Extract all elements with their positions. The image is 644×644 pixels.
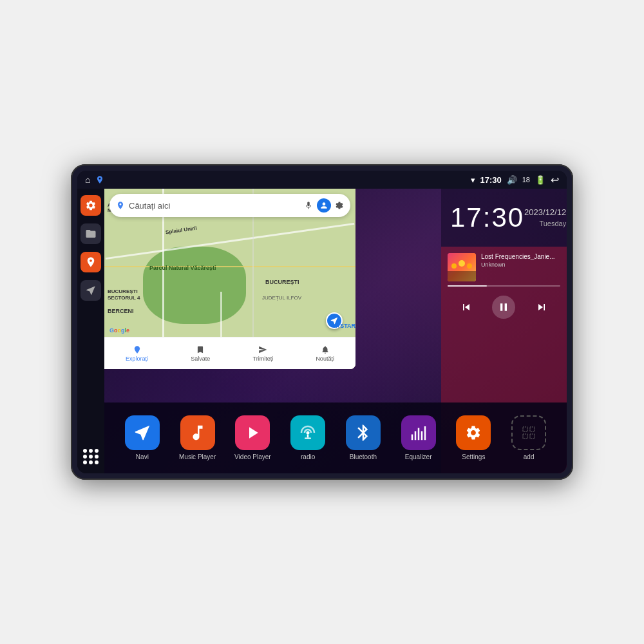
sidebar-dots-btn[interactable] — [80, 446, 101, 467]
app-item-equalizer[interactable]: Equalizer — [399, 415, 438, 460]
prev-button[interactable] — [455, 296, 478, 319]
app-item-add[interactable]: add — [509, 415, 548, 460]
app-item-settings[interactable]: Settings — [454, 415, 493, 460]
app-label-settings: Settings — [462, 453, 485, 460]
star-marker: ★STAR — [335, 323, 355, 329]
app-icon-navi — [125, 415, 160, 450]
music-track-details: Lost Frequencies_Janie... Unknown — [481, 253, 560, 268]
svg-rect-12 — [424, 426, 426, 440]
app-label-video-player: Video Player — [234, 453, 271, 460]
app-item-navi[interactable]: Navi — [123, 415, 162, 460]
svg-rect-11 — [421, 431, 422, 440]
svg-rect-7 — [305, 438, 311, 439]
back-icon[interactable]: ↩ — [551, 174, 559, 186]
app-icon-equalizer — [401, 415, 436, 450]
music-album-art — [448, 253, 476, 281]
google-logo: Google — [109, 327, 129, 334]
music-track-info: Lost Frequencies_Janie... Unknown — [448, 253, 560, 281]
map-tab-trimiteti[interactable]: Trimiteți — [253, 345, 274, 362]
next-button[interactable] — [530, 296, 553, 319]
svg-point-4 — [467, 263, 472, 269]
map-tab-salvate[interactable]: Salvate — [191, 345, 210, 362]
sidebar-settings-btn[interactable] — [80, 195, 101, 216]
account-icon[interactable] — [317, 198, 331, 213]
device-frame: ⌂ ▾ 17:30 🔊 18 🔋 ↩ — [71, 164, 573, 480]
center-content: Splaiul Unirii AXIS PremiumMobility - Su… — [104, 189, 567, 473]
music-artist: Unknown — [481, 261, 560, 268]
app-icon-add — [511, 415, 546, 450]
clock-date: 2023/12/12 Tuesday — [524, 207, 566, 229]
clock-weekday: Tuesday — [539, 220, 566, 227]
main-area: Splaiul Unirii AXIS PremiumMobility - Su… — [77, 189, 567, 473]
volume-icon[interactable]: 🔊 — [507, 175, 517, 185]
app-icon-bluetooth — [346, 415, 381, 450]
pause-button[interactable] — [492, 296, 515, 319]
battery-level: 18 — [522, 176, 530, 184]
svg-rect-6 — [307, 435, 309, 438]
sidebar-nav-btn[interactable] — [80, 280, 101, 301]
status-time: 17:30 — [480, 175, 502, 185]
svg-rect-14 — [530, 427, 535, 431]
map-label-sector4: BUCUREȘTISECTORUL 4 — [108, 289, 140, 302]
status-left: ⌂ — [85, 175, 104, 185]
app-label-add: add — [524, 453, 535, 460]
device-screen: ⌂ ▾ 17:30 🔊 18 🔋 ↩ — [77, 171, 567, 473]
clock-time: 17:30 — [450, 204, 524, 231]
app-label-navi: Navi — [136, 453, 149, 460]
app-label-bluetooth: Bluetooth — [350, 453, 377, 460]
clock-date-day: 2023/12/12 — [524, 207, 566, 217]
svg-rect-16 — [530, 434, 535, 439]
battery-icon: 🔋 — [535, 175, 545, 185]
signal-icon: ▾ — [471, 175, 475, 185]
map-bottom-tabs: Explorați Salvate Trimiteți Noutăți — [104, 337, 355, 369]
app-item-bluetooth[interactable]: Bluetooth — [344, 415, 383, 460]
sidebar-map-btn[interactable] — [80, 252, 101, 272]
home-icon[interactable]: ⌂ — [85, 175, 90, 185]
map-status-icon[interactable] — [95, 175, 104, 184]
status-right: ▾ 17:30 🔊 18 🔋 ↩ — [471, 174, 560, 186]
map-label-judet: JUDEȚUL ILFOV — [262, 295, 301, 301]
google-maps-icon — [116, 201, 125, 210]
svg-rect-13 — [523, 427, 527, 431]
road-h2 — [104, 266, 355, 267]
park-area — [143, 247, 246, 324]
map-search-text[interactable]: Căutați aici — [129, 201, 300, 211]
app-grid: Navi Music Player Video Player — [104, 402, 567, 473]
app-item-radio[interactable]: radio — [289, 415, 327, 460]
road-label-splaiulunirii: Splaiul Unirii — [166, 225, 198, 236]
status-bar: ⌂ ▾ 17:30 🔊 18 🔋 ↩ — [77, 171, 567, 189]
app-icon-music — [180, 415, 215, 450]
svg-rect-1 — [448, 271, 476, 281]
mic-icon[interactable] — [304, 201, 313, 210]
svg-rect-8 — [411, 435, 413, 440]
app-icon-radio — [290, 415, 325, 450]
music-track-name: Lost Frequencies_Janie... — [481, 253, 560, 260]
settings-map-icon[interactable] — [335, 201, 344, 210]
map-label-park: Parcul Natural Văcărești — [149, 265, 216, 271]
app-icon-settings — [456, 415, 491, 450]
svg-point-2 — [451, 263, 457, 269]
music-controls — [448, 293, 560, 321]
map-label-berceni: BERCENI — [108, 308, 134, 314]
music-progress-fill — [448, 285, 487, 287]
app-item-music-player[interactable]: Music Player — [178, 415, 217, 460]
map-tab-exploreaza[interactable]: Explorați — [126, 345, 148, 362]
sidebar-folder-btn[interactable] — [80, 223, 101, 244]
app-icon-video — [235, 415, 270, 450]
svg-point-5 — [307, 431, 310, 435]
app-item-video-player[interactable]: Video Player — [233, 415, 272, 460]
app-label-equalizer: Equalizer — [405, 453, 432, 460]
app-label-music-player: Music Player — [179, 453, 216, 460]
map-tab-noutati[interactable]: Noutăți — [316, 345, 334, 362]
svg-rect-15 — [523, 434, 527, 439]
svg-rect-9 — [414, 431, 416, 440]
svg-rect-10 — [417, 428, 419, 440]
sidebar — [77, 189, 104, 473]
clock-section: 17:30 2023/12/12 Tuesday — [441, 189, 567, 247]
map-container[interactable]: Splaiul Unirii AXIS PremiumMobility - Su… — [104, 189, 355, 369]
album-art-svg — [448, 253, 476, 281]
map-search-bar[interactable]: Căutați aici — [109, 194, 350, 217]
music-progress-bar[interactable] — [448, 285, 560, 287]
map-label-bucuresti: BUCUREȘTI — [265, 279, 299, 285]
svg-point-3 — [459, 260, 465, 267]
